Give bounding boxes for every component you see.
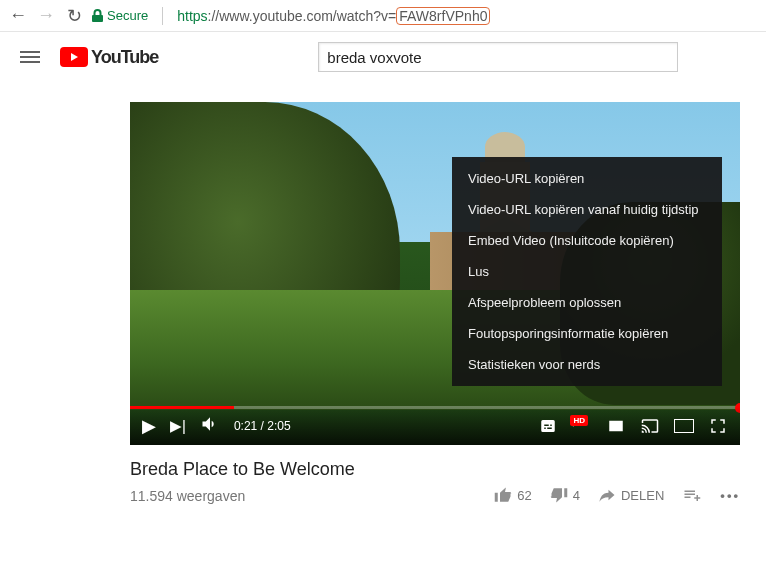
- forward-button[interactable]: →: [36, 5, 56, 26]
- ctx-embed[interactable]: Embed Video (Insluitcode kopiëren): [452, 225, 722, 256]
- fullscreen-button[interactable]: [708, 416, 728, 436]
- ctx-loop[interactable]: Lus: [452, 256, 722, 287]
- video-player[interactable]: Video-URL kopiëren Video-URL kopiëren va…: [130, 102, 740, 445]
- volume-button[interactable]: [200, 414, 220, 439]
- menu-icon[interactable]: [20, 48, 40, 66]
- theater-button[interactable]: [674, 416, 694, 436]
- like-count: 62: [517, 488, 531, 503]
- play-button[interactable]: ▶: [142, 415, 156, 437]
- duration: 2:05: [267, 419, 290, 433]
- cast-button[interactable]: [640, 416, 660, 436]
- browser-toolbar: ← → ↻ Secure https://www.youtube.com/wat…: [0, 0, 766, 32]
- url-protocol: https: [177, 8, 207, 24]
- ctx-debug-info[interactable]: Foutopsporingsinformatie kopiëren: [452, 318, 722, 349]
- ctx-troubleshoot[interactable]: Afspeelprobleem oplossen: [452, 287, 722, 318]
- time-display: 0:21 / 2:05: [234, 419, 291, 433]
- youtube-logo-text: YouTube: [91, 47, 158, 68]
- svg-rect-0: [674, 419, 694, 433]
- playlist-add-icon: [682, 486, 702, 504]
- share-label: DELEN: [621, 488, 664, 503]
- url-path: ://www.youtube.com/watch?v=: [208, 8, 397, 24]
- separator: [162, 7, 163, 25]
- player-controls: ▶ ▶| 0:21 / 2:05 HD: [130, 407, 740, 445]
- secure-indicator[interactable]: Secure: [92, 8, 148, 23]
- next-button[interactable]: ▶|: [170, 417, 186, 435]
- share-button[interactable]: DELEN: [598, 486, 664, 504]
- hd-badge: HD: [570, 415, 588, 426]
- back-button[interactable]: ←: [8, 5, 28, 26]
- main-content: Video-URL kopiëren Video-URL kopiëren va…: [0, 82, 766, 504]
- address-bar[interactable]: https://www.youtube.com/watch?v=FAW8rfVP…: [177, 7, 758, 25]
- more-button[interactable]: •••: [720, 488, 740, 503]
- lock-icon: [92, 9, 103, 22]
- reload-button[interactable]: ↻: [64, 5, 84, 27]
- player-context-menu: Video-URL kopiëren Video-URL kopiëren va…: [452, 157, 722, 386]
- video-meta: Breda Place to Be Welcome 11.594 weergav…: [130, 445, 740, 504]
- current-time: 0:21: [234, 419, 257, 433]
- settings-button[interactable]: HD: [572, 416, 592, 436]
- ctx-copy-url[interactable]: Video-URL kopiëren: [452, 163, 722, 194]
- ctx-copy-url-at-time[interactable]: Video-URL kopiëren vanaf huidig tijdstip: [452, 194, 722, 225]
- thumbs-down-icon: [550, 486, 568, 504]
- ctx-stats[interactable]: Statistieken voor nerds: [452, 349, 722, 380]
- dislike-button[interactable]: 4: [550, 486, 580, 504]
- subtitles-button[interactable]: [538, 416, 558, 436]
- url-video-id: FAW8rfVPnh0: [396, 7, 490, 25]
- share-icon: [598, 486, 616, 504]
- add-to-button[interactable]: [682, 486, 702, 504]
- video-title: Breda Place to Be Welcome: [130, 459, 740, 480]
- search-value: breda voxvote: [327, 49, 421, 66]
- like-button[interactable]: 62: [494, 486, 531, 504]
- secure-label: Secure: [107, 8, 148, 23]
- miniplayer-button[interactable]: [606, 416, 626, 436]
- volume-icon: [200, 414, 220, 434]
- dislike-count: 4: [573, 488, 580, 503]
- youtube-logo[interactable]: YouTube: [60, 47, 158, 68]
- thumbs-up-icon: [494, 486, 512, 504]
- youtube-play-icon: [60, 47, 88, 67]
- youtube-header: YouTube breda voxvote: [0, 32, 766, 82]
- search-input[interactable]: breda voxvote: [318, 42, 678, 72]
